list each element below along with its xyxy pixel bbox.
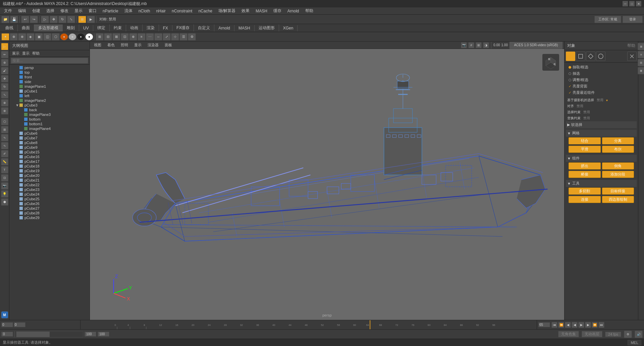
joint-tool[interactable]: ⊞ [1,126,8,133]
vp-color-mode-btn[interactable]: ACES 1.0 SDR-video (sRGB) [509,42,563,49]
tree-item-pCube15[interactable]: pCube15 [9,150,90,154]
subdivide-btn[interactable]: 添加分段 [602,171,634,178]
far-right-btn1[interactable]: ⊞ [638,43,644,50]
tab-0[interactable]: 曲线 [1,24,18,31]
play-fwd-btn[interactable]: ▶ [578,322,584,328]
tree-item-pCube26[interactable]: pCube26 [9,201,90,206]
tree-item-pCube3[interactable]: ▼pCube3 [9,103,90,108]
audio-btn[interactable]: 🔊 [635,331,643,338]
tb3-btn18[interactable]: ⋯ [146,33,154,41]
tree-item-pCube20[interactable]: pCube20 [9,173,90,178]
vp-lighting-menu[interactable]: 照明 [118,42,131,48]
bevel-btn[interactable]: 倒角 [602,162,634,169]
tree-item-top[interactable]: top [9,70,90,75]
measure-tool[interactable]: 📏 [1,158,8,165]
prev-frame-btn[interactable]: ⏪ [558,322,564,328]
tb3-btn3[interactable]: ⊗ [18,33,26,41]
tree-item-imagePlane1[interactable]: imagePlane1 [9,84,90,89]
obj-type-frame[interactable] [576,52,585,61]
combine-btn[interactable]: 结合 [569,137,601,144]
tb3-btn4[interactable]: ◈ [26,33,35,41]
menu-item-nCache[interactable]: nCache [196,8,215,14]
connect-btn[interactable]: 连接 [569,196,601,203]
tb3-btn9[interactable]: ● [68,33,76,41]
cv-curve-tool[interactable]: ∿ [1,134,8,141]
vp-panels-menu[interactable]: 面板 [162,42,175,48]
tree-item-back[interactable]: back [9,108,90,112]
radio-adjust[interactable] [569,79,571,81]
boolean-btn[interactable]: 布尔 [602,146,634,153]
tools-header[interactable]: ▼ 工具 [566,180,637,187]
tree-item-pCube6[interactable]: pCube6 [9,131,90,136]
menu-item-文件[interactable]: 文件 [1,7,15,14]
tree-item-pCube7[interactable]: pCube7 [9,136,90,140]
light-tool[interactable]: 💡 [1,190,8,198]
char-set-label[interactable]: 无角色集 [558,331,579,337]
scale-tool[interactable]: ⤡ [1,91,8,98]
minimize-button[interactable]: ─ [623,1,628,6]
tb-login-btn[interactable]: 登录 [623,16,643,23]
tab-15[interactable]: XGen [279,25,298,31]
lasso-tool[interactable]: ⊛ [1,59,8,66]
tree-item-persp[interactable]: persp [9,65,90,70]
tb3-btn2[interactable]: ⊕ [10,33,18,41]
timeline-frame-field[interactable] [14,322,25,327]
tb3-btn17[interactable]: ≡ [138,33,146,41]
tree-item-pCube16[interactable]: pCube16 [9,154,90,159]
menu-item-窗口[interactable]: 窗口 [86,7,99,14]
tree-item-pCube24[interactable]: pCube24 [9,192,90,197]
tab-14[interactable]: 运动图形 [255,24,279,31]
surface-tool[interactable]: ⬢ [1,198,8,206]
soft-mod-tool[interactable]: ⬡ [1,118,8,125]
timeline-track[interactable]: 0 4 8 12 16 20 24 28 32 36 40 44 48 52 5… [80,320,537,329]
menu-item-帮助[interactable]: 帮助 [303,7,316,14]
tree-item-pCube28[interactable]: pCube28 [9,211,90,215]
menu-item-nParticle[interactable]: nParticle [100,8,121,14]
maximize-button[interactable]: □ [629,1,635,6]
tab-10[interactable]: FX缓存 [172,24,194,31]
mesh-header[interactable]: ▼ 网格 [566,130,637,137]
viewport-cube[interactable]: 前 右 [541,52,561,72]
menu-item-nConstraint[interactable]: nConstraint [169,8,195,14]
tree-item-imagePlane3[interactable]: imagePlane3 [9,112,90,117]
tree-item-imagePlane4[interactable]: imagePlane4 [9,126,90,131]
check-nearest[interactable]: ✓ [569,91,571,94]
multicut-btn[interactable]: 多切割 [569,188,601,195]
viewport-canvas[interactable]: Y X Z 前 右 persp [90,49,564,320]
targetweld-btn[interactable]: 目标焊接 [602,188,634,195]
next-frame-btn[interactable]: ⏩ [592,322,598,328]
tree-item-imagePlane2[interactable]: imagePlane2 [9,98,90,103]
universal-tool[interactable]: ⊕ [1,99,8,107]
tab-11[interactable]: 自定义 [194,24,214,31]
tb-move-btn[interactable]: ✥ [50,16,58,23]
menu-item-创建[interactable]: 创建 [30,7,43,14]
tb-render-btn[interactable]: ▶ [87,16,95,23]
select-tool[interactable]: ▷ [1,43,8,50]
outliner-menu-help[interactable]: 帮助 [32,51,40,56]
menu-item-编辑[interactable]: 编辑 [15,7,29,14]
vp-renderer-menu[interactable]: 渲染器 [145,42,161,48]
tb3-btn11[interactable]: ● [85,33,93,41]
vp-show-menu[interactable]: 显示 [131,42,144,48]
tb3-btn21[interactable]: ⊹ [171,33,179,41]
far-right-btn4[interactable]: ⊠ [638,67,644,74]
ep-curve-tool[interactable]: ∿ [1,142,8,149]
menu-item-流体[interactable]: 流体 [122,7,135,14]
tb-rotate-btn[interactable]: ↻ [58,16,66,23]
obj-type-cube[interactable] [566,52,575,61]
obj-type-sphere[interactable] [596,52,605,61]
frame-range1[interactable] [85,332,96,337]
tb3-btn1[interactable]: ✦ [1,33,9,41]
menu-item-修改[interactable]: 修改 [58,7,71,14]
tb3-btn5[interactable]: ▣ [35,33,43,41]
separate-btn[interactable]: 分离 [602,137,634,144]
smooth-btn[interactable]: 平滑 [569,146,601,153]
vp-view-menu[interactable]: 视图 [91,42,104,48]
current-frame-field[interactable] [538,322,550,327]
tb3-btn23[interactable]: ⚙ [188,33,196,41]
timeline-start-field[interactable] [1,322,13,327]
tb-scale-btn[interactable]: ⤡ [67,16,75,23]
tb-workspace-btn[interactable]: 工作区: 常规 [594,16,621,23]
tree-item-pCube27[interactable]: pCube27 [9,206,90,211]
tree-item-pCube21[interactable]: pCube21 [9,178,90,183]
